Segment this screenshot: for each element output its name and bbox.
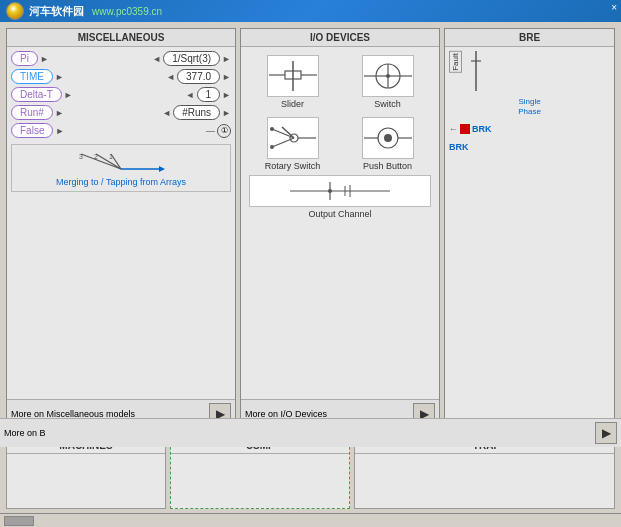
io-title: I/O DEVICES	[241, 29, 439, 47]
circle1-dash: —	[206, 126, 215, 136]
pi-item: Pi ►	[11, 51, 49, 66]
breaker-more-label: More on B	[444, 428, 591, 429]
fault-label: Fault	[449, 51, 462, 73]
output-label: Output Channel	[308, 209, 371, 219]
brk1-label: BRK	[472, 124, 492, 134]
slider-label: Slider	[281, 99, 304, 109]
circle1-item: — ①	[206, 124, 231, 138]
svg-text:2: 2	[94, 153, 98, 160]
breaker-line-svg	[466, 51, 486, 91]
merge-area: 3 2 1 Merging to / Tapping from Arrays	[11, 144, 231, 192]
deltat-pill: Delta-T	[11, 87, 62, 102]
logo-url: www.pc0359.cn	[92, 6, 162, 17]
brk2-label: BRK	[449, 142, 469, 152]
sqrt-arrow-left: ◄	[152, 54, 161, 64]
switch-icon-box	[362, 55, 414, 97]
breaker-content: Fault SinglePhase ← BRK	[445, 47, 614, 156]
pushbtn-label: Push Button	[363, 161, 412, 171]
panel-machines: MACHINES	[6, 437, 166, 509]
main-area: MISCELLANEOUS Pi ► ◄ 1/Sqrt(3) ►	[0, 22, 621, 527]
rotary-item[interactable]: Rotary Switch	[249, 117, 336, 171]
pi-arrow: ►	[40, 54, 49, 64]
rotary-svg	[268, 119, 318, 157]
circle1-symbol: ①	[217, 124, 231, 138]
svg-point-32	[328, 189, 332, 193]
switch-label: Switch	[374, 99, 401, 109]
single-phase-item: SinglePhase	[449, 97, 610, 116]
sqrt-arrow-right: ►	[222, 54, 231, 64]
rotary-label: Rotary Switch	[265, 161, 321, 171]
io-content: Slider	[241, 47, 439, 399]
time-item: TIME ►	[11, 69, 64, 84]
top-bar: 河车软件园 www.pc0359.cn ×	[0, 0, 621, 22]
pushbtn-item[interactable]: Push Button	[344, 117, 431, 171]
false-arrow: ►	[55, 126, 64, 136]
slider-svg	[269, 57, 317, 95]
time-pill: TIME	[11, 69, 53, 84]
sqrt-pill: 1/Sqrt(3)	[163, 51, 220, 66]
pushbtn-svg	[364, 119, 412, 157]
logo-icon	[6, 2, 24, 20]
value1-arrow-left: ◄	[186, 90, 195, 100]
value377-pill: 377.0	[177, 69, 220, 84]
scroll-thumb[interactable]	[4, 516, 34, 526]
run-item: Run# ►	[11, 105, 64, 120]
runs-arrow-right: ►	[222, 108, 231, 118]
horizontal-scrollbar[interactable]	[0, 513, 621, 527]
svg-text:3: 3	[79, 153, 83, 160]
svg-text:1: 1	[109, 153, 113, 160]
logo-text: 河车软件园	[29, 4, 84, 19]
output-item[interactable]: Output Channel	[245, 175, 435, 219]
panel-trans: TRAI	[354, 437, 615, 509]
runs-item: ◄ #Runs ►	[162, 105, 231, 120]
panel-io: I/O DEVICES	[240, 28, 440, 429]
misc-title: MISCELLANEOUS	[7, 29, 235, 47]
sqrt-item: ◄ 1/Sqrt(3) ►	[152, 51, 231, 66]
panel-breaker: BRE Fault SinglePhase ←	[444, 28, 615, 429]
breaker-title: BRE	[445, 29, 614, 47]
false-pill: False	[11, 123, 53, 138]
run-arrow: ►	[55, 108, 64, 118]
svg-point-22	[270, 127, 274, 131]
brk2-item: BRK	[449, 140, 610, 152]
svg-line-0	[81, 154, 121, 169]
panel-csmf: CSMF	[170, 437, 350, 509]
io-grid: Slider	[245, 51, 435, 175]
rotary-icon-box	[267, 117, 319, 159]
switch-item[interactable]: Switch	[344, 55, 431, 109]
panels-row: MISCELLANEOUS Pi ► ◄ 1/Sqrt(3) ►	[0, 22, 621, 433]
value377-item: ◄ 377.0 ►	[166, 69, 231, 84]
false-item: False ►	[11, 123, 64, 138]
slider-item[interactable]: Slider	[249, 55, 336, 109]
breaker-footer: More on B ▶	[444, 418, 615, 429]
red-square-icon	[460, 124, 470, 134]
deltat-item: Delta-T ►	[11, 87, 73, 102]
panel-miscellaneous: MISCELLANEOUS Pi ► ◄ 1/Sqrt(3) ►	[6, 28, 236, 429]
misc-content: Pi ► ◄ 1/Sqrt(3) ► TIME ►	[7, 47, 235, 399]
time-arrow: ►	[55, 72, 64, 82]
breaker-more-button[interactable]: ▶	[595, 422, 615, 429]
output-icon-box	[249, 175, 431, 207]
value1-pill: 1	[197, 87, 221, 102]
value1-arrow-right: ►	[222, 90, 231, 100]
merge-label: Merging to / Tapping from Arrays	[16, 177, 226, 187]
svg-point-23	[270, 145, 274, 149]
deltat-arrow: ►	[64, 90, 73, 100]
run-pill: Run#	[11, 105, 53, 120]
value377-arrow-right: ►	[222, 72, 231, 82]
value1-item: ◄ 1 ►	[186, 87, 231, 102]
value377-arrow-left: ◄	[166, 72, 175, 82]
svg-point-15	[386, 74, 390, 78]
switch-svg	[364, 57, 412, 95]
brk1-item: ← BRK	[449, 124, 610, 134]
output-svg	[285, 178, 395, 204]
pushbtn-icon-box	[362, 117, 414, 159]
close-icon[interactable]: ×	[611, 2, 617, 13]
runs-arrow-left: ◄	[162, 108, 171, 118]
runs-pill: #Runs	[173, 105, 220, 120]
merge-svg: 3 2 1	[76, 149, 166, 175]
svg-marker-7	[159, 166, 165, 172]
single-phase-label: SinglePhase	[449, 97, 610, 116]
svg-line-24	[282, 127, 294, 138]
svg-point-26	[384, 134, 392, 142]
